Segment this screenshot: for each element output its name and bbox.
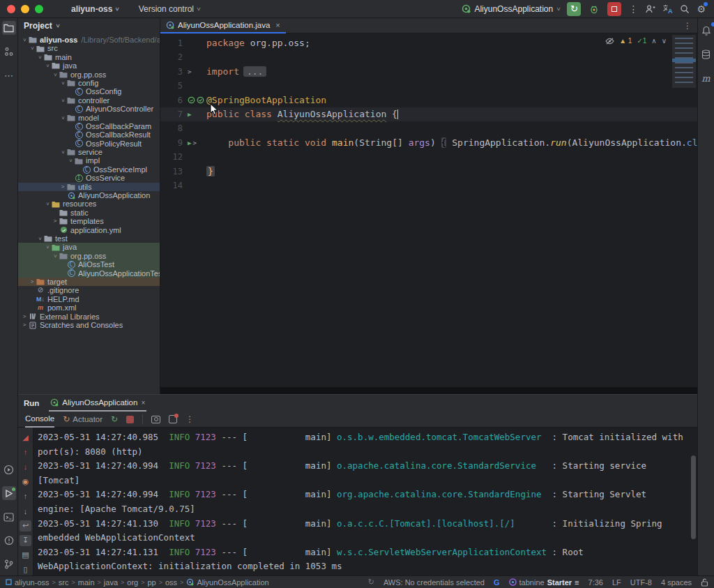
tree-item--gitignore[interactable]: ⊘.gitignore	[18, 286, 160, 294]
pin-icon[interactable]: ◉	[20, 476, 31, 487]
aws-status[interactable]: AWS: No credentials selected	[383, 578, 485, 587]
rerun-button[interactable]: ↻	[567, 2, 581, 16]
next-occurrence-icon[interactable]: ↓	[20, 505, 31, 516]
run-line-icon[interactable]: ▶	[188, 107, 191, 121]
code-line-7[interactable]: 7▶public class AliyunOssApplication {	[160, 107, 697, 121]
editor-horizontal-scrollbar[interactable]	[160, 387, 697, 394]
tree-chevron-icon[interactable]: >	[29, 278, 36, 286]
translate-button[interactable]: A	[662, 4, 673, 14]
stop-button[interactable]	[607, 2, 621, 16]
inspections-widget[interactable]: ▲ 1 ✓1 ∧ ∨	[605, 37, 667, 45]
debug-button[interactable]	[588, 3, 600, 15]
scroll-to-end-icon[interactable]: ↧	[20, 535, 31, 546]
problems-tool-button[interactable]	[2, 534, 16, 548]
close-window-button[interactable]	[7, 5, 15, 13]
line-ending-indicator[interactable]: LF	[612, 578, 621, 587]
tree-item-ossserviceimpl[interactable]: COssServiceImpl	[18, 165, 160, 174]
code-with-me-button[interactable]	[645, 4, 655, 14]
fold-icon[interactable]: >	[188, 65, 191, 79]
more-actions-kebab[interactable]: ⋮	[628, 3, 638, 15]
tree-item-aliosstest[interactable]: CAliOssTest	[18, 260, 160, 269]
run-tool-button[interactable]	[2, 486, 16, 500]
code-line-9[interactable]: 9▶> public static void main(String[] arg…	[160, 136, 697, 150]
breadcrumb-item-pp[interactable]: pp	[147, 578, 155, 587]
tree-item-controller[interactable]: >controller	[18, 96, 160, 105]
up-stack-icon[interactable]: ↑	[20, 446, 31, 458]
tree-item-java[interactable]: >java	[18, 243, 160, 251]
breadcrumb-item-oss[interactable]: oss	[165, 578, 177, 587]
tree-item-service[interactable]: >service	[18, 148, 160, 156]
services-tool-button[interactable]	[2, 462, 16, 476]
tree-chevron-icon[interactable]: >	[51, 252, 59, 259]
notifications-button[interactable]	[699, 24, 713, 38]
tree-item-aliyunossapplication[interactable]: AliyunOssApplication	[18, 191, 160, 199]
search-everywhere-button[interactable]	[680, 4, 690, 14]
tree-chevron-icon[interactable]: >	[36, 54, 44, 61]
code-line-13[interactable]: 13}	[160, 165, 697, 179]
tree-item-external-libraries[interactable]: >External Libraries	[18, 312, 160, 321]
run-config-tab[interactable]: AliyunOssApplication ×	[49, 395, 146, 412]
down-stack-icon[interactable]: ↓	[20, 461, 31, 472]
settings-button[interactable]: ⚙	[697, 3, 706, 15]
lock-button[interactable]	[701, 578, 708, 587]
actuator-tab[interactable]: ↻ Actuator	[63, 414, 102, 424]
tree-chevron-icon[interactable]: >	[43, 201, 52, 208]
tree-chevron-icon[interactable]: >	[66, 158, 75, 165]
tree-item-impl[interactable]: >impl	[18, 156, 160, 165]
thread-dump-button[interactable]	[151, 416, 160, 423]
git-tool-button[interactable]	[2, 557, 16, 571]
run-line-icon[interactable]: ▶	[188, 136, 191, 150]
breadcrumb-item-java[interactable]: java	[104, 578, 118, 587]
tree-chevron-icon[interactable]: >	[59, 114, 67, 121]
window-controls[interactable]	[7, 5, 43, 13]
breadcrumb-item-src[interactable]: src	[59, 578, 69, 587]
console-options-kebab[interactable]: ⋮	[185, 414, 194, 424]
maximize-window-button[interactable]	[35, 5, 43, 13]
tree-chevron-icon[interactable]: >	[36, 235, 44, 242]
aws-refresh-icon[interactable]: ↻	[368, 578, 374, 587]
tree-chevron-icon[interactable]: >	[43, 244, 52, 251]
editor-tab[interactable]: AliyunOssApplication.java ×	[160, 18, 286, 33]
console-scrollbar[interactable]	[689, 428, 697, 575]
tree-chevron-icon[interactable]: >	[43, 62, 52, 69]
tree-chevron-icon[interactable]: >	[20, 36, 29, 43]
code-editor[interactable]: ▲ 1 ✓1 ∧ ∨ 1package org.pp.oss;23>import…	[160, 33, 697, 387]
tree-item-osscallbackparam[interactable]: COssCallbackParam	[18, 122, 160, 130]
tree-chevron-icon[interactable]: >	[59, 183, 66, 191]
close-run-tab-icon[interactable]: ×	[141, 399, 145, 407]
project-tool-button[interactable]	[2, 21, 16, 35]
tree-item-org-pp-oss[interactable]: >org.pp.oss	[18, 252, 160, 260]
tree-chevron-icon[interactable]: >	[52, 217, 59, 225]
spring-bean-check-icon[interactable]	[197, 96, 204, 104]
breadcrumb-item-aliyun-oss[interactable]: aliyun-oss	[6, 578, 50, 587]
code-line-6[interactable]: 6@SpringBootApplication	[160, 93, 697, 107]
minimize-window-button[interactable]	[21, 5, 29, 13]
project-panel-header[interactable]: Project >	[18, 18, 160, 33]
tree-item-ossservice[interactable]: IOssService	[18, 174, 160, 182]
tree-item-pom-xml[interactable]: mpom.xml	[18, 303, 160, 312]
console-tab[interactable]: Console	[25, 412, 54, 428]
code-line-3[interactable]: 3>import...	[160, 65, 697, 79]
tree-item-application-yml[interactable]: application.yml	[18, 226, 160, 234]
tab-options-kebab[interactable]: ⋮	[683, 21, 697, 31]
terminal-tool-button[interactable]	[2, 510, 16, 524]
tree-item-config[interactable]: >config	[18, 79, 160, 87]
breadcrumb-item-org[interactable]: org	[127, 578, 138, 587]
tree-chevron-icon[interactable]: >	[59, 97, 67, 104]
code-line-14[interactable]: 14	[160, 179, 697, 193]
tree-item-model[interactable]: >model	[18, 114, 160, 122]
tree-chevron-icon[interactable]: >	[59, 80, 67, 86]
tabnine-status[interactable]: tabnine Starter ≡	[509, 578, 579, 587]
scrollbar-thumb[interactable]	[691, 455, 696, 539]
clear-all-icon[interactable]: ▯	[20, 564, 31, 575]
next-problem-icon[interactable]: ∨	[662, 37, 667, 45]
tree-item-templates[interactable]: >templates	[18, 217, 160, 225]
tree-item-test[interactable]: >test	[18, 234, 160, 243]
tree-chevron-icon[interactable]: >	[28, 45, 36, 52]
tree-item-resources[interactable]: >resources	[18, 199, 160, 208]
run-configuration-select[interactable]: AliyunOssApplication >	[462, 4, 560, 14]
tree-item-main[interactable]: >main	[18, 53, 160, 61]
console-output[interactable]: 2023-05-31 14:27:40.985 INFO 7123 --- [ …	[33, 428, 689, 575]
tree-item-src[interactable]: >src	[18, 44, 160, 52]
code-line-8[interactable]: 8	[160, 121, 697, 135]
